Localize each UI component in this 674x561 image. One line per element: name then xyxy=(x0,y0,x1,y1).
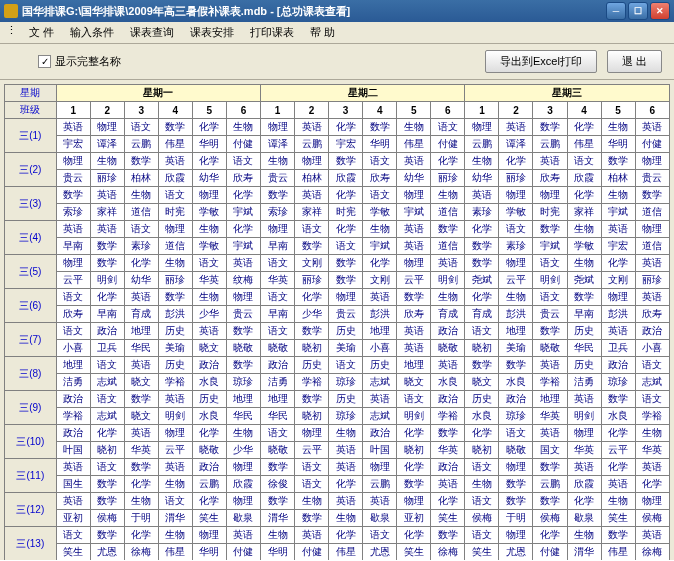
period-header: 5 xyxy=(192,102,226,119)
menu-query[interactable]: 课表查询 xyxy=(126,24,178,41)
cell-subject: 英语 xyxy=(363,289,397,306)
cell-subject: 历史 xyxy=(363,357,397,374)
menu-input[interactable]: 输入条件 xyxy=(66,24,118,41)
cell-subject: 数学 xyxy=(329,153,363,170)
period-header: 5 xyxy=(397,102,431,119)
cell-teacher: 志斌 xyxy=(363,408,397,425)
cell-teacher: 华明 xyxy=(261,544,295,561)
cell-teacher: 笑生 xyxy=(431,510,465,527)
cell-teacher: 志斌 xyxy=(363,374,397,391)
cell-teacher: 丽珍 xyxy=(90,170,124,187)
cell-teacher: 宇斌 xyxy=(226,204,260,221)
schedule-table: 星期星期一星期二星期三班级123456123456123456三(1)英语物理语… xyxy=(4,84,670,560)
cell-subject: 化学 xyxy=(90,289,124,306)
cell-subject: 语文 xyxy=(90,459,124,476)
class-label[interactable]: 三(4) xyxy=(5,221,57,255)
show-fullname-wrap[interactable]: ✓ 显示完整名称 xyxy=(38,54,121,69)
cell-subject: 化学 xyxy=(431,493,465,510)
cell-teacher: 云鹏 xyxy=(192,476,226,493)
app-icon xyxy=(4,4,18,18)
cell-teacher: 英语 xyxy=(397,340,431,357)
cell-subject: 生物 xyxy=(567,527,601,544)
class-label[interactable]: 三(13) xyxy=(5,527,57,561)
cell-subject: 数学 xyxy=(533,119,567,136)
cell-teacher: 伟星 xyxy=(397,136,431,153)
menu-file[interactable]: 文 件 xyxy=(25,24,58,41)
menu-help[interactable]: 帮 助 xyxy=(306,24,339,41)
cell-teacher: 华明 xyxy=(192,544,226,561)
cell-subject: 语文 xyxy=(499,425,533,442)
cell-teacher: 学裕 xyxy=(431,408,465,425)
cell-subject: 物理 xyxy=(295,153,329,170)
cell-subject: 语文 xyxy=(56,323,90,340)
cell-subject: 语文 xyxy=(261,323,295,340)
class-label[interactable]: 三(8) xyxy=(5,357,57,391)
cell-teacher: 化学 xyxy=(329,476,363,493)
cell-teacher: 伟星 xyxy=(601,544,635,561)
cell-teacher: 付健 xyxy=(226,136,260,153)
menu-arrange[interactable]: 课表安排 xyxy=(186,24,238,41)
cell-subject: 生物 xyxy=(158,527,192,544)
cell-teacher: 志斌 xyxy=(90,408,124,425)
class-label[interactable]: 三(5) xyxy=(5,255,57,289)
cell-subject: 英语 xyxy=(56,119,90,136)
cell-teacher: 早南 xyxy=(56,238,90,255)
class-label[interactable]: 三(3) xyxy=(5,187,57,221)
minimize-button[interactable]: ─ xyxy=(606,2,626,20)
cell-subject: 生物 xyxy=(124,187,158,204)
cell-subject: 英语 xyxy=(465,187,499,204)
exit-button[interactable]: 退 出 xyxy=(607,50,662,73)
cell-subject: 数学 xyxy=(499,493,533,510)
cell-subject: 语文 xyxy=(124,221,158,238)
cell-teacher: 语文 xyxy=(295,476,329,493)
cell-teacher: 付健 xyxy=(431,136,465,153)
close-button[interactable]: ✕ xyxy=(650,2,670,20)
cell-teacher: 亚初 xyxy=(397,510,431,527)
cell-subject: 数学 xyxy=(124,459,158,476)
cell-subject: 化学 xyxy=(567,187,601,204)
cell-teacher: 洁勇 xyxy=(567,374,601,391)
cell-subject: 政治 xyxy=(192,459,226,476)
cell-teacher: 柏林 xyxy=(295,170,329,187)
cell-teacher: 纹梅 xyxy=(226,272,260,289)
cell-subject: 政治 xyxy=(431,391,465,408)
cell-subject: 地理 xyxy=(56,357,90,374)
cell-teacher: 侯梅 xyxy=(465,510,499,527)
class-label[interactable]: 三(10) xyxy=(5,425,57,459)
class-label[interactable]: 三(6) xyxy=(5,289,57,323)
class-label[interactable]: 三(9) xyxy=(5,391,57,425)
cell-subject: 语文 xyxy=(158,187,192,204)
cell-subject: 英语 xyxy=(635,527,669,544)
cell-teacher: 华民 xyxy=(226,408,260,425)
cell-teacher: 晓初 xyxy=(397,442,431,459)
export-excel-button[interactable]: 导出到Excel打印 xyxy=(485,50,597,73)
class-label[interactable]: 三(2) xyxy=(5,153,57,187)
class-label[interactable]: 三(11) xyxy=(5,459,57,493)
cell-teacher: 晓文 xyxy=(192,340,226,357)
class-label[interactable]: 三(12) xyxy=(5,493,57,527)
cell-teacher: 洁勇 xyxy=(56,374,90,391)
cell-teacher: 水良 xyxy=(192,408,226,425)
cell-subject: 物理 xyxy=(601,289,635,306)
cell-subject: 英语 xyxy=(533,357,567,374)
maximize-button[interactable]: ☐ xyxy=(628,2,648,20)
menu-print[interactable]: 打印课表 xyxy=(246,24,298,41)
cell-teacher: 贵云 xyxy=(261,170,295,187)
period-header: 1 xyxy=(261,102,295,119)
cell-subject: 语文 xyxy=(295,221,329,238)
cell-subject: 语文 xyxy=(533,255,567,272)
cell-subject: 地理 xyxy=(363,323,397,340)
cell-subject: 语文 xyxy=(465,527,499,544)
cell-teacher: 晓文 xyxy=(397,374,431,391)
cell-teacher: 数学 xyxy=(90,476,124,493)
day-header: 星期二 xyxy=(261,85,465,102)
cell-subject: 化学 xyxy=(397,425,431,442)
cell-subject: 生物 xyxy=(431,187,465,204)
cell-subject: 物理 xyxy=(261,221,295,238)
cell-teacher: 笑生 xyxy=(601,510,635,527)
class-label[interactable]: 三(7) xyxy=(5,323,57,357)
cell-subject: 化学 xyxy=(601,255,635,272)
checkbox-icon[interactable]: ✓ xyxy=(38,55,51,68)
class-label[interactable]: 三(1) xyxy=(5,119,57,153)
cell-subject: 化学 xyxy=(363,255,397,272)
